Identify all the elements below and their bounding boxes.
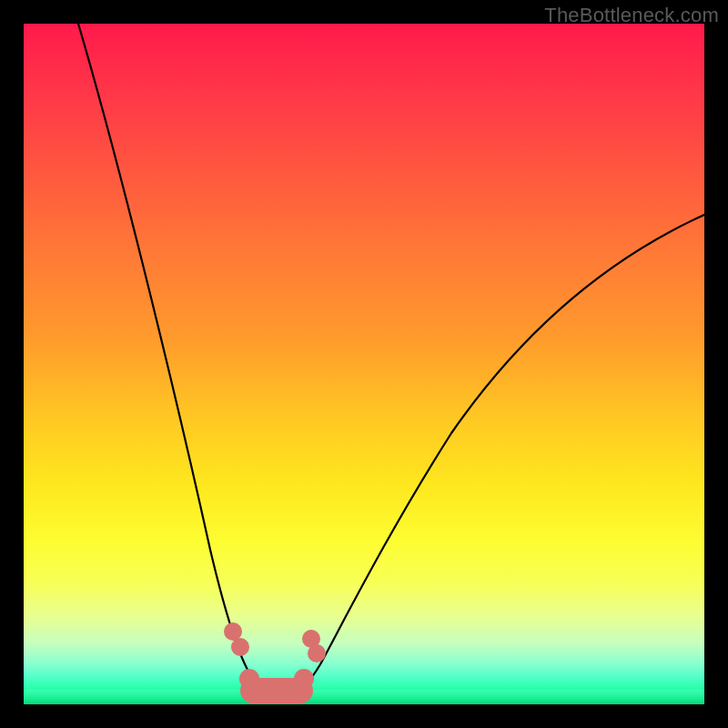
curve-left-branch [78,24,268,693]
curve-right-branch [295,215,704,693]
watermark-text: TheBottleneck.com [544,4,719,27]
curve-layer [24,24,704,704]
marker-dot [239,669,259,689]
marker-dot [308,644,326,662]
marker-dot [224,622,242,641]
marker-dot [294,669,314,689]
marker-dot [231,638,249,656]
plot-area [24,24,704,704]
chart-frame: TheBottleneck.com [0,0,728,728]
